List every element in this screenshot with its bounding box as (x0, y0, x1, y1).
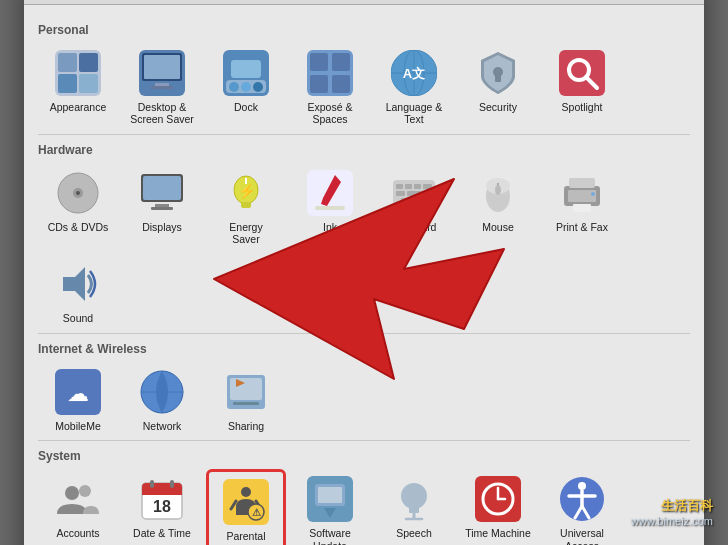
svg-rect-46 (315, 206, 345, 210)
universal-access-label: UniversalAccess (560, 527, 604, 545)
pref-keyboard[interactable]: Keyboard (374, 163, 454, 250)
pref-sound[interactable]: Sound (38, 254, 118, 329)
pref-spotlight[interactable]: Spotlight (542, 43, 622, 130)
mobileme-icon: ☁ (52, 366, 104, 418)
svg-point-12 (229, 82, 239, 92)
svg-rect-7 (144, 55, 180, 79)
svg-rect-51 (423, 184, 432, 189)
pref-print-fax[interactable]: Print & Fax (542, 163, 622, 250)
date-time-icon: 18 (136, 473, 188, 525)
personal-section: Appearance Desktop &Screen Saver Dock (38, 43, 690, 130)
svg-rect-61 (568, 190, 596, 202)
svg-rect-82 (170, 480, 174, 488)
pref-universal-access[interactable]: UniversalAccess (542, 469, 622, 545)
svg-rect-19 (310, 75, 328, 93)
date-time-label: Date & Time (133, 527, 191, 540)
print-fax-label: Print & Fax (556, 221, 608, 234)
svg-point-76 (79, 485, 91, 497)
svg-text:⚡: ⚡ (238, 183, 256, 200)
ink-icon (304, 167, 356, 219)
svg-rect-74 (233, 402, 259, 405)
svg-point-102 (578, 482, 586, 490)
network-label: Network (143, 420, 182, 433)
pref-expose-spaces[interactable]: Exposé &Spaces (290, 43, 370, 130)
svg-rect-94 (409, 507, 419, 513)
svg-point-84 (241, 487, 251, 497)
pref-desktop-screensaver[interactable]: Desktop &Screen Saver (122, 43, 202, 130)
svg-rect-28 (495, 75, 501, 82)
pref-mobileme[interactable]: ☁ MobileMe (38, 362, 118, 437)
svg-marker-65 (63, 267, 85, 301)
svg-rect-49 (405, 184, 412, 189)
svg-rect-2 (79, 53, 98, 72)
svg-rect-53 (407, 191, 421, 196)
divider-personal-hardware (38, 134, 690, 135)
divider-hardware-internet (38, 333, 690, 334)
pref-network[interactable]: Network (122, 362, 202, 437)
pref-time-machine[interactable]: Time Machine (458, 469, 538, 545)
svg-rect-91 (318, 487, 342, 503)
svg-rect-72 (230, 378, 262, 400)
svg-rect-37 (143, 176, 181, 200)
pref-accounts[interactable]: Accounts (38, 469, 118, 545)
spotlight-label: Spotlight (562, 101, 603, 114)
energy-saver-label: EnergySaver (229, 221, 262, 246)
displays-icon (136, 167, 188, 219)
svg-rect-62 (569, 178, 595, 188)
universal-access-icon (556, 473, 608, 525)
language-text-label: Language &Text (386, 101, 443, 126)
pref-appearance[interactable]: Appearance (38, 43, 118, 130)
section-personal-label: Personal (38, 23, 690, 37)
keyboard-icon (388, 167, 440, 219)
accounts-icon (52, 473, 104, 525)
time-machine-label: Time Machine (465, 527, 531, 540)
svg-rect-38 (155, 204, 169, 207)
pref-ink[interactable]: Ink (290, 163, 370, 250)
dock-label: Dock (234, 101, 258, 114)
pref-security[interactable]: Security (458, 43, 538, 130)
svg-rect-63 (573, 204, 591, 212)
hardware-section: CDs & DVDs Displays ⚡ EnergySaver (38, 163, 690, 329)
pref-language-text[interactable]: A文 Language &Text (374, 43, 454, 130)
svg-rect-39 (151, 207, 173, 210)
software-update-label: SoftwareUpdate (309, 527, 350, 545)
svg-rect-79 (142, 489, 182, 495)
svg-rect-17 (310, 53, 328, 71)
system-section: Accounts 18 Date & Time ⚠ ParentalContro… (38, 469, 690, 545)
svg-rect-4 (79, 74, 98, 93)
svg-rect-15 (231, 60, 261, 78)
pref-speech[interactable]: Speech (374, 469, 454, 545)
expose-spaces-icon (304, 47, 356, 99)
parental-controls-label: ParentalControls (226, 530, 265, 545)
language-text-icon: A文 (388, 47, 440, 99)
desktop-screensaver-label: Desktop &Screen Saver (130, 101, 194, 126)
pref-date-time[interactable]: 18 Date & Time (122, 469, 202, 545)
displays-label: Displays (142, 221, 182, 234)
time-machine-icon (472, 473, 524, 525)
mobileme-label: MobileMe (55, 420, 101, 433)
pref-cds-dvds[interactable]: CDs & DVDs (38, 163, 118, 250)
sound-icon (52, 258, 104, 310)
section-hardware-label: Hardware (38, 143, 690, 157)
section-internet-label: Internet & Wireless (38, 342, 690, 356)
ink-label: Ink (323, 221, 337, 234)
section-system-label: System (38, 449, 690, 463)
energy-saver-icon: ⚡ (220, 167, 272, 219)
cds-dvds-label: CDs & DVDs (48, 221, 109, 234)
pref-mouse[interactable]: Mouse (458, 163, 538, 250)
software-update-icon (304, 473, 356, 525)
svg-point-35 (76, 191, 80, 195)
svg-rect-81 (150, 480, 154, 488)
pref-energy-saver[interactable]: ⚡ EnergySaver (206, 163, 286, 250)
pref-sharing[interactable]: Sharing (206, 362, 286, 437)
pref-dock[interactable]: Dock (206, 43, 286, 130)
svg-point-93 (401, 483, 427, 509)
mouse-icon (472, 167, 524, 219)
pref-displays[interactable]: Displays (122, 163, 202, 250)
pref-parental-controls[interactable]: ⚠ ParentalControls (206, 469, 286, 545)
parental-controls-icon: ⚠ (220, 476, 272, 528)
svg-text:☁: ☁ (67, 381, 89, 406)
speech-label: Speech (396, 527, 432, 540)
svg-point-64 (591, 192, 595, 196)
pref-software-update[interactable]: SoftwareUpdate (290, 469, 370, 545)
